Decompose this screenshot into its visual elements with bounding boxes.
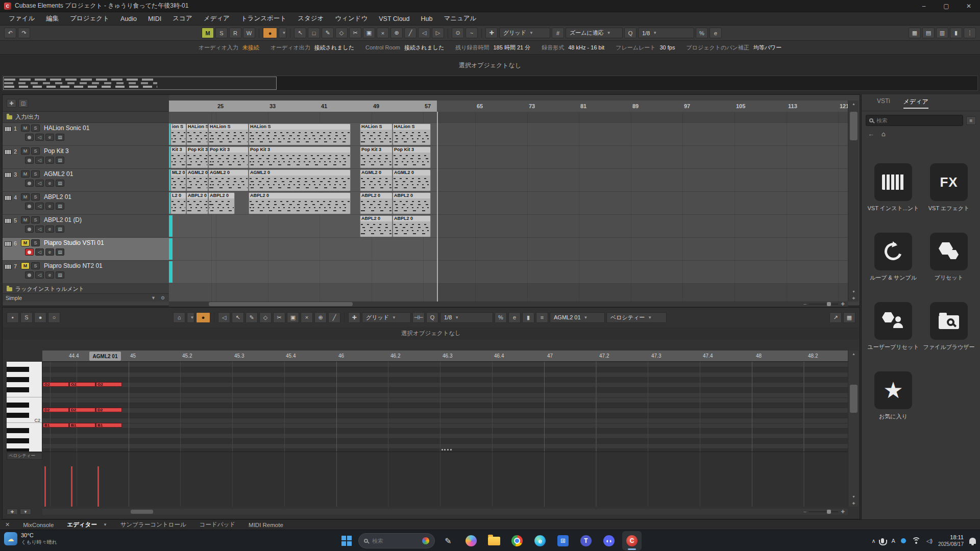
tab-editor[interactable]: エディター▼ xyxy=(67,521,107,529)
line-tool[interactable]: ╱ xyxy=(404,28,416,38)
edit-channel-button[interactable]: e xyxy=(45,134,54,141)
midi-part[interactable]: ML2 0 xyxy=(170,169,186,191)
scroll-up-arrow[interactable]: ▲ xyxy=(848,102,859,106)
taskbar-app-pen-tablet[interactable]: ✎ xyxy=(438,531,458,550)
midi-part[interactable]: ABPL2 0 xyxy=(360,215,393,237)
menu-score[interactable]: スコア xyxy=(167,12,198,25)
tab-media[interactable]: メディア xyxy=(903,97,928,109)
solo-button[interactable]: S xyxy=(31,262,40,269)
midi-note[interactable]: B1 xyxy=(96,423,122,428)
tray-chevron-up-icon[interactable]: ∧ xyxy=(871,538,875,544)
add-lane-button[interactable]: ✚ xyxy=(7,509,18,515)
select-tool[interactable]: ↖ xyxy=(294,28,306,38)
midi-note[interactable]: G2 xyxy=(69,382,95,387)
wifi-icon[interactable] xyxy=(912,537,921,544)
glue-tool[interactable]: ▣ xyxy=(287,312,299,323)
midi-part[interactable]: AGML2 0 xyxy=(249,169,351,191)
solo-editor-button[interactable]: S xyxy=(20,312,33,323)
zoom-slider-track[interactable] xyxy=(808,304,838,305)
midi-note[interactable]: D2 xyxy=(96,408,122,412)
monitor-button[interactable]: ◁ xyxy=(35,203,44,210)
menu-manual[interactable]: マニュアル xyxy=(438,12,482,25)
tile-vst-instruments[interactable]: VST インスト...ント xyxy=(867,163,920,212)
solo-button[interactable]: S xyxy=(31,239,40,246)
menu-edit[interactable]: 編集 xyxy=(40,12,64,25)
grid-type-dropdown[interactable]: グリッド▼ xyxy=(499,28,550,38)
instrument-button[interactable]: ▤ xyxy=(56,271,64,279)
home-icon[interactable]: ⌂ xyxy=(881,130,886,138)
iterative-quantize-button[interactable]: % xyxy=(696,28,708,38)
project-overview-strip[interactable] xyxy=(2,76,978,91)
zoom-out-icon[interactable]: – xyxy=(803,509,806,514)
midi-note[interactable]: G2 xyxy=(96,382,122,387)
media-search-field[interactable] xyxy=(866,115,963,126)
taskbar-app-chrome[interactable] xyxy=(507,531,527,550)
zoom-preset-button[interactable]: ✚ xyxy=(848,296,859,300)
editor-zoom-slider[interactable]: – ✚ xyxy=(803,509,845,514)
midi-part[interactable]: Pop Kit 3 xyxy=(208,146,249,168)
solo-button[interactable]: S xyxy=(31,193,40,201)
solo-state-button[interactable]: S xyxy=(215,28,228,38)
mute-button[interactable]: M xyxy=(21,170,30,178)
part-scope-dropdown[interactable]: ▼ xyxy=(187,312,194,323)
solo-button[interactable]: S xyxy=(31,216,40,223)
grid-mode-icon[interactable]: # xyxy=(552,28,564,38)
midi-part[interactable]: HALion S xyxy=(393,123,431,145)
notification-bell-icon[interactable] xyxy=(969,538,976,544)
midi-part[interactable]: HALion S xyxy=(208,123,249,145)
instrument-button[interactable]: ▤ xyxy=(56,134,64,141)
taskbar-search[interactable] xyxy=(358,533,435,548)
scroll-down-arrow[interactable]: ▼ xyxy=(848,495,859,498)
quantize-icon[interactable]: Q xyxy=(624,28,636,38)
monitor-button[interactable]: ◁ xyxy=(35,226,44,233)
mute-button[interactable]: M xyxy=(21,262,30,269)
track-row-7[interactable]: 7 M S Piapro Studio NT2 01 ◁ e ▤ xyxy=(3,261,169,284)
tile-vst-effects[interactable]: FX VST エフェクト xyxy=(922,163,975,212)
velocity-color-button[interactable]: ● xyxy=(196,312,210,323)
editor-quantize-dropdown[interactable]: 1/8▼ xyxy=(440,312,493,323)
midi-note[interactable]: B1 xyxy=(69,423,95,428)
record-arm-button[interactable] xyxy=(25,134,34,141)
part-scope-button[interactable]: ⌂ xyxy=(173,312,185,323)
controller-lane-dropdown[interactable]: ベロシティー▼ xyxy=(606,312,667,323)
mute-button[interactable]: M xyxy=(21,124,30,132)
menu-file[interactable]: ファイル xyxy=(3,12,40,25)
microphone-icon[interactable] xyxy=(881,538,884,543)
quantize-icon[interactable]: Q xyxy=(426,312,438,323)
midi-part[interactable]: HALion S xyxy=(186,123,208,145)
editor-setup-button[interactable]: ▦ xyxy=(843,312,855,323)
auto-punch-button[interactable]: ● xyxy=(263,28,277,38)
midi-note[interactable]: D2 xyxy=(43,408,69,412)
midi-part[interactable]: AGML2 0 xyxy=(186,169,208,191)
solo-button[interactable]: S xyxy=(31,170,40,178)
event-display[interactable]: ion S HALion S HALion S HALion S HALion … xyxy=(169,112,848,302)
status-record-format[interactable]: 録音形式48 kHz - 16 bit xyxy=(542,44,604,52)
scrollbar-thumb[interactable] xyxy=(209,302,353,306)
ime-indicator[interactable]: A xyxy=(891,538,895,544)
menu-vst-cloud[interactable]: VST Cloud xyxy=(373,13,415,24)
edit-channel-button[interactable]: e xyxy=(45,203,54,210)
tab-vsti[interactable]: VSTi xyxy=(877,97,890,109)
track-row-2[interactable]: 2 M S Pop Kit 3 ◁ e ▤ xyxy=(3,146,169,169)
weather-widget[interactable]: ☁ 30°C くもり時々晴れ xyxy=(4,532,57,545)
scrollbar-thumb[interactable] xyxy=(850,385,857,413)
acoustic-feedback-button[interactable]: ○ xyxy=(48,312,60,323)
menu-project[interactable]: プロジェクト xyxy=(64,12,115,25)
menu-media[interactable]: メディア xyxy=(198,12,235,25)
record-in-editor-button[interactable]: ● xyxy=(34,312,46,323)
mute-button[interactable]: M xyxy=(21,193,30,201)
status-control-room[interactable]: Control Room接続されました xyxy=(365,44,444,52)
tab-mixconsole[interactable]: MixConsole xyxy=(23,522,54,528)
tile-presets[interactable]: プリセット xyxy=(922,233,975,282)
midi-part[interactable]: ABPL2 0 xyxy=(208,192,235,214)
instrument-button[interactable]: ▤ xyxy=(56,203,64,210)
midi-part[interactable]: Pop Kit 3 xyxy=(249,146,351,168)
menu-audio[interactable]: Audio xyxy=(115,13,142,24)
zoom-fit-dropdown[interactable]: ズームに適応▼ xyxy=(566,28,623,38)
status-audio-output[interactable]: オーディオ出力接続されました xyxy=(271,44,354,52)
play-tool[interactable]: ◁ xyxy=(418,28,430,38)
read-automation-button[interactable]: R xyxy=(229,28,241,38)
midi-part[interactable]: Pop Kit 3 xyxy=(186,146,208,168)
filter-list-button[interactable]: ≡ xyxy=(966,116,976,125)
editor-horizontal-scrollbar[interactable]: – ✚ xyxy=(42,509,848,515)
